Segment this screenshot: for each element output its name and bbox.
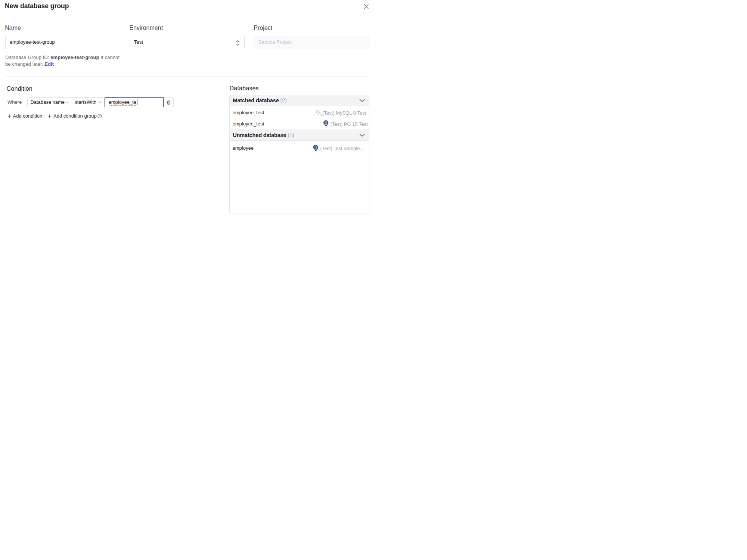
svg-text:?: ? bbox=[99, 114, 100, 118]
